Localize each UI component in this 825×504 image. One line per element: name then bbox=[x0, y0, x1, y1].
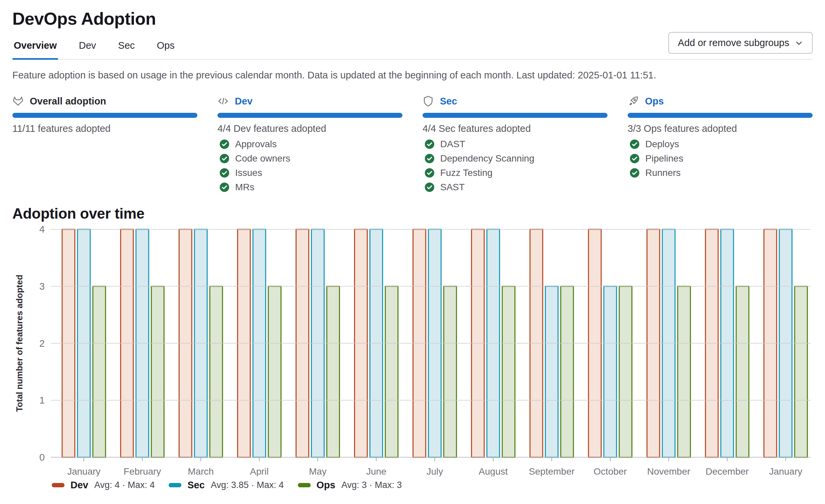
card-title-sec[interactable]: Sec bbox=[440, 96, 457, 107]
progress-bar-overall bbox=[12, 113, 198, 118]
month-label: December bbox=[706, 466, 749, 476]
legend-swatch-sec bbox=[169, 483, 181, 487]
check-circle-icon bbox=[425, 168, 435, 178]
legend-series-name: Sec bbox=[188, 480, 205, 491]
feature-label: Dependency Scanning bbox=[440, 153, 534, 164]
feature-row: Fuzz Testing bbox=[425, 168, 608, 178]
progress-fill bbox=[423, 113, 608, 118]
chart-legend: DevAvg: 4 · Max: 4SecAvg: 3.85 · Max: 4O… bbox=[12, 480, 813, 491]
legend-item-sec[interactable]: SecAvg: 3.85 · Max: 4 bbox=[169, 480, 284, 491]
section-title: Adoption over time bbox=[12, 205, 813, 222]
check-circle-icon bbox=[219, 168, 229, 178]
feature-row: MRs bbox=[219, 182, 402, 192]
feature-label: Code owners bbox=[235, 153, 290, 164]
legend-item-dev[interactable]: DevAvg: 4 · Max: 4 bbox=[52, 480, 155, 491]
bar-ops-may bbox=[327, 286, 340, 457]
card-title-overall: Overall adoption bbox=[30, 96, 106, 107]
progress-bar-dev bbox=[217, 113, 402, 118]
progress-fill bbox=[217, 113, 402, 118]
bar-ops-april bbox=[268, 286, 281, 457]
adoption-cards: Overall adoption11/11 features adoptedDe… bbox=[12, 95, 813, 192]
feature-label: Approvals bbox=[235, 139, 277, 150]
y-tick-label: 4 bbox=[40, 224, 45, 235]
y-tick-label: 3 bbox=[40, 281, 45, 292]
feature-row: Runners bbox=[629, 168, 813, 178]
bar-ops-august bbox=[502, 286, 515, 457]
check-circle-icon bbox=[219, 182, 229, 192]
feature-label: Fuzz Testing bbox=[440, 168, 493, 178]
bar-ops-september bbox=[561, 286, 574, 457]
tab-bar: OverviewDevSecOps Add or remove subgroup… bbox=[12, 31, 813, 60]
check-circle-icon bbox=[425, 154, 435, 164]
bar-ops-november bbox=[678, 286, 690, 457]
progress-bar-ops bbox=[627, 113, 813, 118]
adoption-over-time-chart: 01234Total number of features adoptedJan… bbox=[12, 222, 813, 476]
check-circle-icon bbox=[219, 154, 229, 164]
page-title: DevOps Adoption bbox=[12, 9, 813, 29]
card-header: Sec bbox=[423, 95, 608, 107]
adoption-card-dev: Dev4/4 Dev features adoptedApprovalsCode… bbox=[217, 95, 402, 192]
chevron-down-icon bbox=[795, 39, 803, 48]
month-label: August bbox=[479, 466, 508, 476]
legend-series-stats: Avg: 3.85 · Max: 4 bbox=[211, 480, 284, 490]
bar-ops-january bbox=[795, 286, 807, 457]
card-header: Dev bbox=[217, 95, 402, 107]
tab-sec[interactable]: Sec bbox=[117, 31, 136, 59]
bar-ops-february bbox=[151, 286, 164, 457]
bar-ops-july bbox=[444, 286, 457, 457]
bar-ops-june bbox=[385, 286, 398, 457]
feature-list: DeploysPipelinesRunners bbox=[627, 139, 813, 178]
check-circle-icon bbox=[629, 139, 640, 149]
progress-bar-sec bbox=[423, 113, 608, 118]
check-circle-icon bbox=[629, 154, 640, 164]
check-circle-icon bbox=[629, 168, 640, 178]
bar-ops-january bbox=[93, 286, 105, 457]
feature-list: ApprovalsCode ownersIssuesMRs bbox=[217, 139, 402, 192]
shield-icon bbox=[423, 95, 434, 107]
month-label: May bbox=[309, 466, 327, 476]
y-axis-title: Total number of features adopted bbox=[14, 275, 24, 412]
tab-ops[interactable]: Ops bbox=[156, 31, 176, 59]
feature-row: Issues bbox=[219, 168, 402, 178]
check-circle-icon bbox=[219, 139, 229, 149]
card-header: Ops bbox=[627, 95, 813, 107]
card-header: Overall adoption bbox=[12, 95, 198, 107]
card-summary-overall: 11/11 features adopted bbox=[12, 123, 198, 134]
adoption-card-ops: Ops3/3 Ops features adoptedDeploysPipeli… bbox=[627, 95, 813, 192]
legend-item-ops[interactable]: OpsAvg: 3 · Max: 3 bbox=[298, 480, 402, 491]
tab-overview[interactable]: Overview bbox=[12, 31, 58, 59]
month-label: January bbox=[67, 466, 100, 476]
card-summary-sec: 4/4 Sec features adopted bbox=[423, 123, 608, 134]
adoption-card-sec: Sec4/4 Sec features adoptedDASTDependenc… bbox=[423, 95, 608, 192]
add-or-remove-subgroups-button[interactable]: Add or remove subgroups bbox=[668, 32, 813, 54]
legend-series-name: Ops bbox=[317, 480, 335, 491]
month-label: October bbox=[594, 466, 627, 476]
month-label: September bbox=[529, 466, 575, 476]
feature-list: DASTDependency ScanningFuzz TestingSAST bbox=[423, 139, 608, 192]
code-icon bbox=[217, 95, 229, 107]
month-label: April bbox=[250, 466, 269, 476]
month-label: July bbox=[427, 466, 443, 476]
legend-swatch-dev bbox=[52, 483, 65, 487]
legend-series-stats: Avg: 3 · Max: 3 bbox=[342, 480, 402, 490]
feature-label: SAST bbox=[440, 182, 465, 192]
month-label: June bbox=[366, 466, 386, 476]
card-summary-ops: 3/3 Ops features adopted bbox=[627, 123, 813, 134]
y-tick-label: 1 bbox=[40, 395, 45, 406]
tanuki-icon bbox=[12, 95, 24, 107]
feature-label: Issues bbox=[235, 168, 262, 178]
adoption-card-overall: Overall adoption11/11 features adopted bbox=[12, 95, 198, 192]
month-label: November bbox=[647, 466, 690, 476]
card-title-dev[interactable]: Dev bbox=[235, 96, 252, 107]
bar-ops-december bbox=[736, 286, 749, 457]
tab-dev[interactable]: Dev bbox=[77, 31, 97, 59]
card-summary-dev: 4/4 Dev features adopted bbox=[217, 123, 402, 134]
legend-series-name: Dev bbox=[70, 480, 88, 491]
feature-label: Deploys bbox=[645, 139, 679, 150]
feature-label: Runners bbox=[645, 168, 681, 178]
y-tick-label: 2 bbox=[40, 338, 45, 349]
feature-row: Pipelines bbox=[629, 153, 813, 164]
card-title-ops[interactable]: Ops bbox=[645, 96, 664, 107]
month-label: February bbox=[124, 466, 161, 476]
feature-row: DAST bbox=[425, 139, 608, 150]
